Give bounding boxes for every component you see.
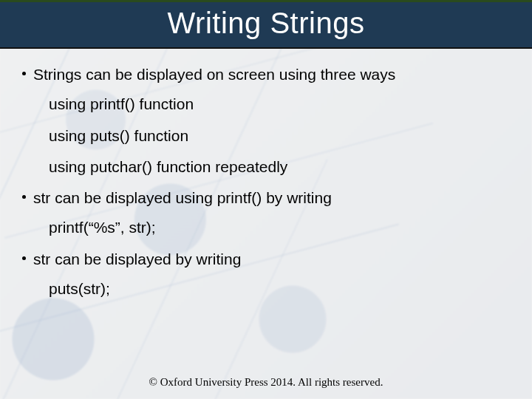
sub-bullet-2: using puts() function (49, 126, 510, 146)
sub-bullet-5: puts(str); (49, 279, 510, 299)
bullet-1: Strings can be displayed on screen using… (22, 65, 510, 84)
bullet-dot-icon (22, 256, 26, 260)
bullet-3: str can be displayed by writing (22, 250, 510, 269)
slide-title: Writing Strings (0, 7, 532, 40)
sub-bullet-3: using putchar() function repeatedly (49, 157, 510, 177)
bullet-2-text: str can be displayed using printf() by w… (33, 188, 332, 208)
sub-bullet-1: using printf() function (49, 95, 510, 114)
slide-body: Strings can be displayed on screen using… (0, 49, 532, 376)
slide: Writing Strings Strings can be displayed… (0, 0, 532, 399)
copyright-footer: © Oxford University Press 2014. All righ… (0, 376, 532, 399)
title-bar: Writing Strings (0, 0, 532, 49)
bullet-dot-icon (22, 72, 26, 75)
bullet-2: str can be displayed using printf() by w… (22, 188, 510, 208)
bullet-3-text: str can be displayed by writing (33, 250, 241, 269)
bullet-dot-icon (22, 195, 26, 199)
bullet-1-text: Strings can be displayed on screen using… (33, 65, 395, 84)
sub-bullet-4: printf(“%s”, str); (49, 218, 510, 237)
